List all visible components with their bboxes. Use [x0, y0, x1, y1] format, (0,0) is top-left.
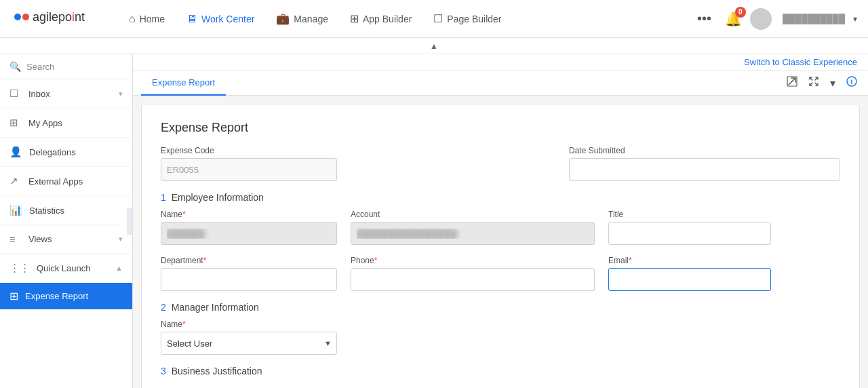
select-user-dropdown[interactable]: Select User — [161, 332, 337, 355]
select-user-wrapper: Select User ▼ — [161, 332, 337, 355]
sidebar-external-apps-label: External Apps — [28, 176, 123, 187]
logo: agilepoint — [11, 6, 99, 32]
switch-classic-link[interactable]: Switch to Classic Experience — [744, 57, 857, 67]
views-icon: ≡ — [9, 233, 22, 245]
section3-num: 3 — [161, 366, 166, 376]
sidebar-statistics-label: Statistics — [29, 206, 123, 216]
nav-page-builder-label: Page Builder — [447, 14, 501, 24]
sidebar-item-delegations[interactable]: 👤 Delegations — [0, 138, 132, 167]
department-group: Department* — [161, 256, 337, 291]
department-input[interactable] — [161, 268, 337, 291]
sidebar-item-inbox[interactable]: ☐ Inbox ▾ — [0, 79, 132, 109]
chevron-left-icon: ‹ — [132, 217, 133, 225]
avatar[interactable] — [750, 8, 772, 30]
notification-badge: 0 — [735, 7, 746, 18]
svg-point-2 — [22, 14, 29, 20]
sidebar-item-statistics[interactable]: 📊 Statistics — [0, 196, 132, 225]
nav-item-page-builder[interactable]: ☐ Page Builder — [425, 7, 509, 31]
nav-more-button[interactable]: ••• — [692, 8, 717, 29]
dept-phone-email-row: Department* Phone* Email* — [161, 256, 840, 291]
tab-expense-report[interactable]: Expense Report — [141, 71, 226, 96]
dropdown-button[interactable]: ▾ — [827, 74, 838, 92]
notifications-button[interactable]: 🔔 0 — [725, 11, 742, 27]
expense-code-group: Expense Code — [161, 146, 337, 181]
sidebar-inbox-label: Inbox — [28, 89, 112, 99]
sidebar-item-external-apps[interactable]: ↗ External Apps — [0, 167, 132, 196]
title-input[interactable] — [608, 222, 771, 245]
section2-num: 2 — [161, 302, 166, 313]
department-label: Department* — [161, 256, 337, 265]
nav-right: ••• 🔔 0 ██████████ ▾ — [692, 8, 857, 30]
sidebar-expense-report-item[interactable]: ⊞ Expense Report — [0, 283, 132, 309]
logo-text: agilepoint — [11, 6, 99, 32]
nav-item-manage[interactable]: 💼 Manage — [268, 7, 336, 31]
date-submitted-group: Date Submitted — [569, 146, 840, 181]
nav-item-home[interactable]: ⌂ Home — [121, 7, 173, 31]
person-icon: 👤 — [9, 146, 22, 158]
account-input[interactable] — [351, 222, 595, 245]
email-group: Email* — [608, 256, 771, 291]
nav-item-work-center[interactable]: 🖥 Work Center — [178, 7, 262, 31]
sidebar-delegations-label: Delegations — [29, 147, 123, 157]
search-icon: 🔍 — [9, 61, 21, 72]
main-content: Switch to Classic Experience Expense Rep… — [133, 54, 868, 388]
sidebar-views-label: Views — [28, 234, 112, 244]
account-group: Account — [351, 210, 595, 245]
section1-header: 1 Employee Information — [161, 192, 840, 203]
collapse-nav-button[interactable]: ▲ — [430, 41, 438, 51]
account-label: Account — [351, 210, 595, 219]
sidebar-item-views[interactable]: ≡ Views ▾ — [0, 225, 132, 254]
svg-text:agilepoint: agilepoint — [33, 10, 85, 24]
top-nav: agilepoint ⌂ Home 🖥 Work Center 💼 Manage… — [0, 0, 868, 38]
expense-code-input[interactable] — [161, 158, 337, 181]
sidebar: 🔍 Search ☐ Inbox ▾ ⊞ My Apps 👤 Delegatio… — [0, 54, 133, 388]
name-label: Name* — [161, 210, 337, 219]
name-input[interactable] — [161, 222, 337, 245]
expense-report-icon: ⊞ — [9, 290, 18, 303]
nav-items: ⌂ Home 🖥 Work Center 💼 Manage ⊞ App Buil… — [121, 7, 692, 31]
briefcase-icon: 💼 — [276, 12, 290, 25]
section1-num: 1 — [161, 192, 166, 203]
sidebar-item-my-apps[interactable]: ⊞ My Apps — [0, 109, 132, 138]
email-label: Email* — [608, 256, 771, 265]
expense-code-row: Expense Code Date Submitted — [161, 146, 840, 181]
page-icon: ☐ — [433, 12, 443, 25]
info-button[interactable]: i — [844, 73, 860, 92]
sidebar-my-apps-label: My Apps — [28, 118, 123, 128]
sidebar-search[interactable]: 🔍 Search — [0, 54, 132, 79]
sidebar-quick-launch[interactable]: ⋮⋮ Quick Launch ▲ — [0, 254, 132, 283]
nav-manage-label: Manage — [294, 14, 328, 24]
expand-button[interactable] — [806, 73, 822, 92]
date-submitted-input[interactable] — [569, 158, 840, 181]
svg-text:i: i — [851, 78, 853, 85]
quick-launch-icon: ⋮⋮ — [9, 262, 30, 274]
title-group: Title — [608, 210, 771, 245]
collapse-bar: ▲ — [0, 38, 868, 54]
section2-label: Manager Information — [172, 302, 259, 313]
inbox-icon: ☐ — [9, 88, 22, 100]
monitor-icon: 🖥 — [186, 13, 197, 25]
title-label: Title — [608, 210, 771, 219]
date-submitted-label: Date Submitted — [569, 146, 840, 155]
open-external-button[interactable] — [784, 73, 800, 92]
section1-label: Employee Information — [172, 192, 264, 203]
phone-input[interactable] — [351, 268, 595, 291]
phone-label: Phone* — [351, 256, 595, 265]
nav-item-app-builder[interactable]: ⊞ App Builder — [342, 7, 420, 31]
user-menu-chevron[interactable]: ▾ — [853, 14, 857, 24]
statistics-icon: 📊 — [9, 204, 22, 216]
home-icon: ⌂ — [129, 13, 136, 25]
layout: 🔍 Search ☐ Inbox ▾ ⊞ My Apps 👤 Delegatio… — [0, 54, 868, 388]
grid-icon: ⊞ — [350, 12, 359, 25]
nav-home-label: Home — [140, 14, 165, 24]
apps-icon: ⊞ — [9, 117, 22, 129]
section3-label: Business Justification — [172, 366, 262, 376]
email-input[interactable] — [608, 268, 771, 291]
section3-header: 3 Business Justification — [161, 366, 840, 376]
sidebar-expense-report-label: Expense Report — [25, 291, 88, 301]
sidebar-collapse-button[interactable]: ‹ — [127, 208, 133, 235]
mgr-name-label: Name* — [161, 319, 337, 329]
tab-actions: ▾ i — [784, 73, 860, 92]
form-title: Expense Report — [161, 121, 840, 135]
tab-bar: Expense Report ▾ i — [133, 71, 868, 96]
